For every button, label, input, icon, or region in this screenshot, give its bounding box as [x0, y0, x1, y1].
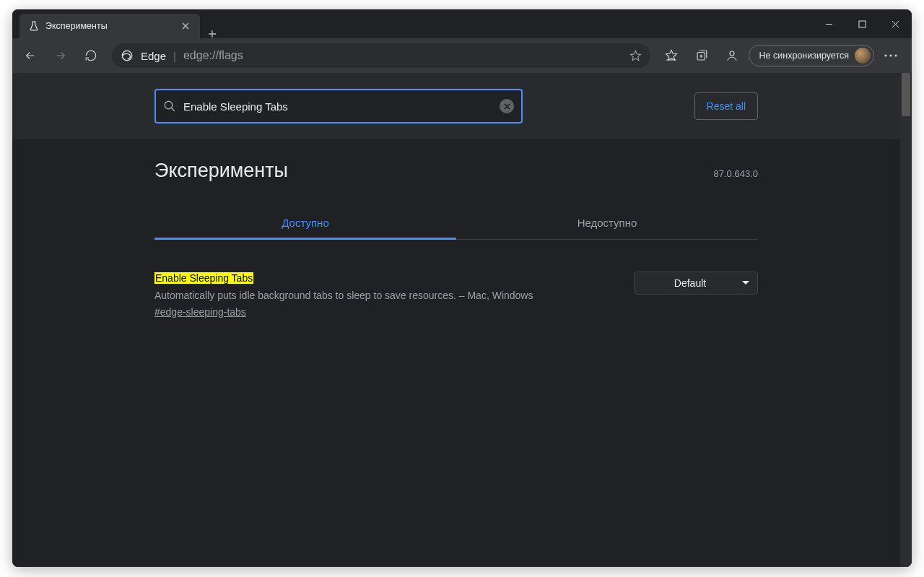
browser-window: Эксперименты: [12, 9, 912, 567]
collections-icon[interactable]: [688, 42, 715, 69]
profile-avatar: [855, 48, 871, 64]
minimize-button[interactable]: [812, 9, 845, 38]
tab-close-button[interactable]: [180, 20, 191, 32]
svg-point-6: [894, 54, 897, 56]
maximize-button[interactable]: [845, 9, 879, 38]
edge-logo-icon: [121, 49, 134, 62]
svg-rect-0: [859, 21, 866, 27]
flags-header: Reset all: [12, 73, 900, 139]
forward-button[interactable]: [47, 42, 74, 69]
search-input[interactable]: [183, 100, 492, 113]
tab-available[interactable]: Доступно: [154, 208, 456, 239]
close-window-button[interactable]: [879, 9, 912, 38]
experiment-anchor[interactable]: #edge-sleeping-tabs: [154, 306, 246, 318]
window-controls: [812, 9, 912, 38]
address-url: edge://flags: [183, 49, 622, 62]
favorite-star-icon[interactable]: [629, 50, 642, 62]
search-icon: [163, 100, 176, 113]
address-bar[interactable]: Edge | edge://flags: [112, 43, 650, 68]
more-menu-button[interactable]: [877, 42, 905, 69]
scrollbar[interactable]: [900, 73, 912, 567]
search-box[interactable]: [154, 89, 523, 123]
tab-unavailable[interactable]: Недоступно: [456, 208, 758, 239]
svg-point-7: [165, 101, 173, 109]
svg-point-3: [730, 51, 734, 56]
experiment-row: Enable Sleeping Tabs Automatically puts …: [154, 272, 758, 318]
favorites-icon[interactable]: [658, 42, 685, 69]
content-area: Reset all Эксперименты 87.0.643.0 Доступ…: [12, 73, 912, 567]
page-title: Эксперименты: [154, 160, 288, 182]
svg-point-4: [884, 54, 886, 56]
page-content: Reset all Эксперименты 87.0.643.0 Доступ…: [12, 73, 900, 567]
scroll-thumb[interactable]: [902, 73, 910, 116]
tabs-row: Доступно Недоступно: [154, 208, 758, 240]
svg-point-5: [889, 54, 892, 56]
browser-tab[interactable]: Эксперименты: [19, 14, 200, 38]
titlebar: Эксперименты: [12, 9, 912, 38]
person-icon[interactable]: [718, 42, 746, 69]
reset-all-button[interactable]: Reset all: [694, 92, 758, 120]
tab-title: Эксперименты: [45, 21, 174, 31]
version-label: 87.0.643.0: [714, 168, 758, 179]
new-tab-button[interactable]: [200, 30, 225, 38]
address-brand: Edge: [141, 50, 166, 62]
profile-sync-pill[interactable]: Не синхронизируется: [749, 45, 874, 66]
experiment-select[interactable]: Default: [634, 272, 758, 295]
address-separator: |: [173, 50, 176, 62]
toolbar: Edge | edge://flags Не синхронизируется: [12, 38, 912, 73]
experiment-title: Enable Sleeping Tabs: [154, 272, 253, 284]
clear-search-button[interactable]: [500, 99, 514, 113]
tabstrip: Эксперименты: [12, 9, 812, 38]
flask-icon: [28, 20, 40, 32]
refresh-button[interactable]: [77, 42, 105, 69]
flags-body: Эксперименты 87.0.643.0 Доступно Недосту…: [12, 139, 900, 318]
experiment-description: Automatically puts idle background tabs …: [154, 289, 616, 303]
profile-sync-label: Не синхронизируется: [759, 51, 849, 61]
back-button[interactable]: [17, 42, 44, 69]
